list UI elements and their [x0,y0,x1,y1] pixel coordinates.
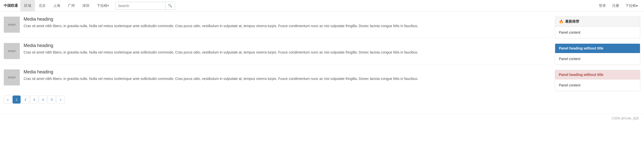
pagination-next-link[interactable]: » [56,96,65,104]
main-container: 64x64 Media heading Cras sit amet nibh l… [0,12,644,109]
media-heading-1: Media heading [24,43,418,48]
content-area: 64x64 Media heading Cras sit amet nibh l… [4,17,550,104]
pagination-page-1-link[interactable]: 1 [13,96,21,104]
fire-icon: 🔥 [559,19,564,24]
panel-danger-title: Panel heading without title [559,73,603,77]
right-dropdown-button[interactable]: 下拉框 ▾ [623,2,640,9]
navbar: 中国联通 区域 北京 上海 广州 深圳 下拉框 🔍 登录 注册 下拉框 ▾ [0,0,644,12]
list-item: 64x64 Media heading Cras sit amet nibh l… [4,69,550,90]
right-dropdown-label: 下拉框 [625,4,636,8]
search-input[interactable] [115,2,165,10]
login-link[interactable]: 登录 [596,2,608,9]
media-text-2: Cras sit amet nibh libero, in gravida nu… [24,76,418,81]
media-image-2: 64x64 [4,69,20,85]
pagination-page-3-link[interactable]: 3 [30,96,38,104]
navbar-brand[interactable]: 中国联通 [4,4,18,8]
list-item: 64x64 Media heading Cras sit amet nibh l… [4,17,550,38]
pagination-page-2[interactable]: 2 [21,96,29,104]
panel-latest-body: Panel content [555,27,640,38]
media-image-0: 64x64 [4,17,20,33]
sidebar-area: 🔥 最新推荐 Panel content Panel heading witho… [555,17,640,104]
navbar-right: 登录 注册 下拉框 ▾ [596,2,640,9]
media-body-0: Media heading Cras sit amet nibh libero,… [24,17,418,29]
nav-link-shanghai[interactable]: 上海 [49,0,64,11]
footer: CSDN @Code_流苏 [0,114,644,123]
panel-primary: Panel heading without title Panel conten… [555,43,640,65]
search-button[interactable]: 🔍 [165,2,175,10]
nav-link-beijing[interactable]: 北京 [35,0,49,11]
nav-item-beijing[interactable]: 北京 [35,0,49,11]
pagination: « 1 2 3 4 5 » [4,96,550,104]
nav-link-shenzhen[interactable]: 深圳 [79,0,93,11]
pagination-page-3[interactable]: 3 [30,96,38,104]
nav-item-guangzhou[interactable]: 广州 [64,0,79,11]
nav-link-guangzhou[interactable]: 广州 [64,0,79,11]
nav-link-dropdown[interactable]: 下拉框 [93,0,113,11]
nav-item-shenzhen[interactable]: 深圳 [79,0,93,11]
pagination-page-4-link[interactable]: 4 [39,96,47,104]
footer-text: CSDN @Code_流苏 [612,117,639,120]
media-list: 64x64 Media heading Cras sit amet nibh l… [4,17,550,90]
navbar-nav: 区域 北京 上海 广州 深圳 下拉框 [20,0,113,11]
media-heading-0: Media heading [24,17,418,22]
register-link[interactable]: 注册 [610,2,622,9]
media-left-2: 64x64 [4,69,20,85]
panel-latest-heading: 🔥 最新推荐 [555,17,640,27]
search-icon: 🔍 [168,4,172,8]
media-left-0: 64x64 [4,17,20,33]
nav-item-dropdown[interactable]: 下拉框 [93,0,113,11]
media-text-0: Cras sit amet nibh libero, in gravida nu… [24,23,418,29]
nav-item-region[interactable]: 区域 [20,0,35,11]
nav-item-shanghai[interactable]: 上海 [49,0,64,11]
media-left-1: 64x64 [4,43,20,59]
panel-danger-body: Panel content [555,79,640,91]
pagination-page-2-link[interactable]: 2 [21,96,29,104]
panel-latest: 🔥 最新推荐 Panel content [555,17,640,38]
pagination-next[interactable]: » [56,96,65,104]
media-text-1: Cras sit amet nibh libero, in gravida nu… [24,50,418,55]
pagination-page-1[interactable]: 1 [13,96,21,104]
media-body-2: Media heading Cras sit amet nibh libero,… [24,69,418,81]
panel-danger: Panel heading without title Panel conten… [555,70,640,91]
pagination-prev[interactable]: « [4,96,12,104]
panel-primary-heading: Panel heading without title [555,44,640,53]
media-body-1: Media heading Cras sit amet nibh libero,… [24,43,418,55]
media-heading-2: Media heading [24,69,418,75]
pagination-page-5-link[interactable]: 5 [48,96,56,104]
panel-primary-body: Panel content [555,53,640,65]
panel-primary-title: Panel heading without title [559,46,603,50]
panel-danger-heading: Panel heading without title [555,70,640,79]
pagination-prev-link[interactable]: « [4,96,12,104]
media-image-1: 64x64 [4,43,20,59]
nav-link-region[interactable]: 区域 [20,0,35,11]
panel-latest-title: 最新推荐 [565,19,579,24]
pagination-page-4[interactable]: 4 [39,96,47,104]
chevron-down-icon: ▾ [636,4,638,8]
list-item: 64x64 Media heading Cras sit amet nibh l… [4,43,550,64]
pagination-page-5[interactable]: 5 [48,96,56,104]
navbar-search: 🔍 [115,2,175,10]
